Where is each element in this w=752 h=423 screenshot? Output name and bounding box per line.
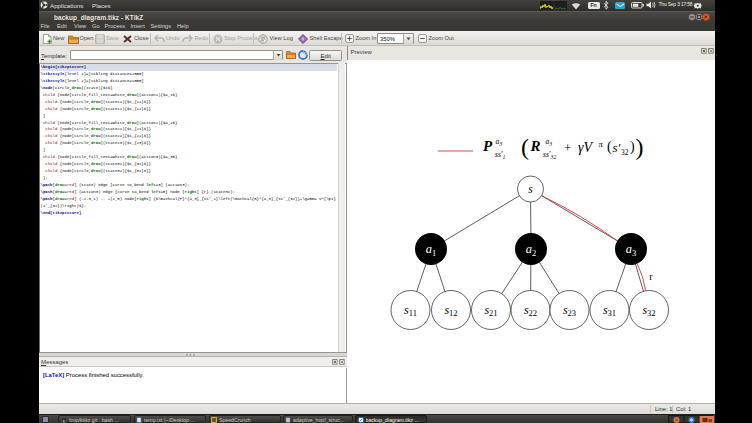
svg-text:r: r bbox=[649, 271, 653, 282]
svg-text:s: s bbox=[528, 183, 533, 195]
